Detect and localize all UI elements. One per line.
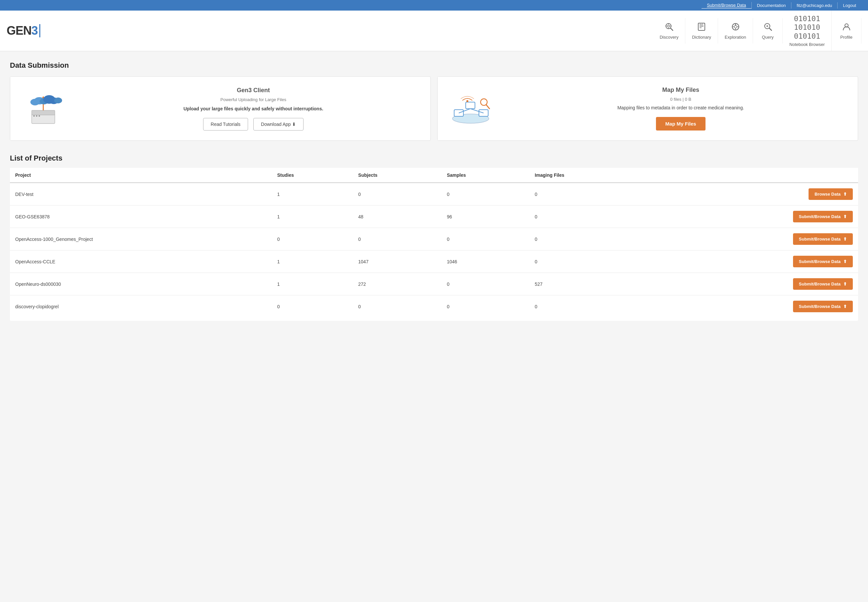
nav-label-discovery: Discovery [659, 35, 678, 40]
logo-3-text: 3 [31, 24, 38, 38]
read-tutorials-button[interactable]: Read Tutorials [203, 118, 248, 131]
svg-rect-35 [36, 115, 37, 117]
documentation-link[interactable]: Documentation [752, 2, 791, 9]
cell-samples: 0 [442, 228, 529, 250]
cell-action: Submit/Browse Data ⬆ [649, 250, 858, 273]
cell-subjects: 0 [353, 183, 442, 206]
nav-item-exploration[interactable]: Exploration [718, 18, 753, 44]
dictionary-icon: A-Z [697, 22, 706, 33]
svg-line-1 [670, 28, 673, 31]
cell-studies: 1 [272, 250, 353, 273]
table-row: GEO-GSE63878 1 48 96 0 Submit/Browse Dat… [10, 206, 858, 228]
upload-icon: ⬆ [843, 236, 847, 241]
cell-subjects: 272 [353, 273, 442, 295]
nav-item-notebook-browser[interactable]: 010101101010010101 Notebook Browser [783, 11, 832, 51]
cell-samples: 1046 [442, 250, 529, 273]
cell-imaging: 527 [529, 273, 649, 295]
data-submission-section: Data Submission [10, 61, 858, 141]
cell-samples: 0 [442, 183, 529, 206]
query-icon [763, 22, 773, 33]
project-action-button[interactable]: Browse Data ⬆ [808, 188, 853, 200]
cell-studies: 0 [272, 295, 353, 318]
cell-project: DEV-test [10, 183, 272, 206]
gen3-client-content: Gen3 Client Powerful Uploading for Large… [76, 77, 430, 140]
project-action-button[interactable]: Submit/Browse Data ⬆ [793, 211, 853, 223]
map-my-files-card: Map My Files 0 files | 0 B Mapping files… [437, 76, 858, 141]
col-imaging: Imaging Files [529, 168, 649, 183]
projects-table-container: Project Studies Subjects Samples Imaging… [10, 168, 858, 321]
gen3-client-card: Gen3 Client Powerful Uploading for Large… [10, 76, 431, 141]
network-illustration [438, 77, 504, 140]
cell-action: Submit/Browse Data ⬆ [649, 295, 858, 318]
upload-icon: ⬆ [843, 304, 847, 309]
cell-imaging: 0 [529, 295, 649, 318]
upload-icon: ⬆ [843, 192, 847, 197]
nav-label-dictionary: Dictionary [692, 35, 711, 40]
cell-imaging: 0 [529, 206, 649, 228]
upload-icon: ⬆ [843, 214, 847, 219]
cell-project: GEO-GSE63878 [10, 206, 272, 228]
project-action-button[interactable]: Submit/Browse Data ⬆ [793, 301, 853, 312]
submit-browse-link[interactable]: Submit/Browse Data [702, 2, 752, 9]
svg-point-2 [667, 25, 670, 27]
project-action-button[interactable]: Submit/Browse Data ⬆ [793, 256, 853, 267]
map-my-files-button[interactable]: Map My Files [656, 117, 705, 131]
svg-point-45 [466, 100, 468, 102]
cell-studies: 1 [272, 273, 353, 295]
data-submission-title: Data Submission [10, 61, 858, 70]
cards-row: Gen3 Client Powerful Uploading for Large… [10, 76, 858, 141]
cell-samples: 96 [442, 206, 529, 228]
svg-rect-36 [38, 115, 40, 117]
svg-line-20 [769, 28, 771, 31]
nav-item-discovery[interactable]: Discovery [653, 18, 686, 44]
svg-text:A-Z: A-Z [699, 23, 703, 25]
cell-project: OpenAccess-CCLE [10, 250, 272, 273]
cell-studies: 1 [272, 206, 353, 228]
gen3-client-desc: Upload your large files quickly and safe… [86, 106, 420, 111]
map-my-files-title: Map My Files [514, 87, 848, 94]
logo: GEN3 [7, 20, 40, 41]
upload-icon: ⬆ [843, 259, 847, 264]
project-action-button[interactable]: Submit/Browse Data ⬆ [793, 233, 853, 245]
projects-section: List of Projects Project Studies Subject… [10, 154, 858, 321]
map-my-files-content: Map My Files 0 files | 0 B Mapping files… [504, 77, 858, 140]
cell-subjects: 1047 [353, 250, 442, 273]
cell-project: discovery-clopidogrel [10, 295, 272, 318]
nav-item-query[interactable]: Query [753, 18, 783, 44]
files-info: 0 files | 0 B [514, 97, 848, 102]
cell-project: OpenAccess-1000_Genomes_Project [10, 228, 272, 250]
cell-samples: 0 [442, 295, 529, 318]
table-row: OpenNeuro-ds000030 1 272 0 527 Submit/Br… [10, 273, 858, 295]
svg-rect-34 [33, 115, 35, 117]
download-app-button[interactable]: Download App ⬇ [253, 118, 304, 131]
logout-link[interactable]: Logout [837, 2, 861, 9]
nav-item-dictionary[interactable]: A-Z Dictionary [686, 18, 718, 44]
projects-title: List of Projects [10, 154, 858, 163]
nav-label-exploration: Exploration [725, 35, 746, 40]
upload-icon: ⬆ [843, 281, 847, 286]
exploration-icon [731, 22, 740, 33]
svg-rect-25 [32, 111, 55, 115]
cell-imaging: 0 [529, 250, 649, 273]
logo-line [39, 24, 40, 37]
cell-action: Submit/Browse Data ⬆ [649, 206, 858, 228]
nav-label-query: Query [762, 35, 773, 40]
cell-samples: 0 [442, 273, 529, 295]
col-project: Project [10, 168, 272, 183]
header: GEN3 Discovery [0, 11, 868, 51]
user-email-link[interactable]: fitz@uchicago.edu [791, 2, 837, 9]
svg-point-33 [54, 97, 62, 103]
nav-item-profile[interactable]: Profile [832, 18, 861, 44]
top-bar: Submit/Browse Data Documentation fitz@uc… [0, 0, 868, 11]
svg-rect-38 [466, 102, 475, 109]
cell-action: Submit/Browse Data ⬆ [649, 273, 858, 295]
project-action-button[interactable]: Submit/Browse Data ⬆ [793, 278, 853, 290]
cell-subjects: 48 [353, 206, 442, 228]
main-content: Data Submission [0, 51, 868, 602]
table-row: discovery-clopidogrel 0 0 0 0 Submit/Bro… [10, 295, 858, 318]
col-actions [649, 168, 858, 183]
cell-imaging: 0 [529, 183, 649, 206]
cell-subjects: 0 [353, 295, 442, 318]
cell-action: Submit/Browse Data ⬆ [649, 228, 858, 250]
cell-action: Browse Data ⬆ [649, 183, 858, 206]
